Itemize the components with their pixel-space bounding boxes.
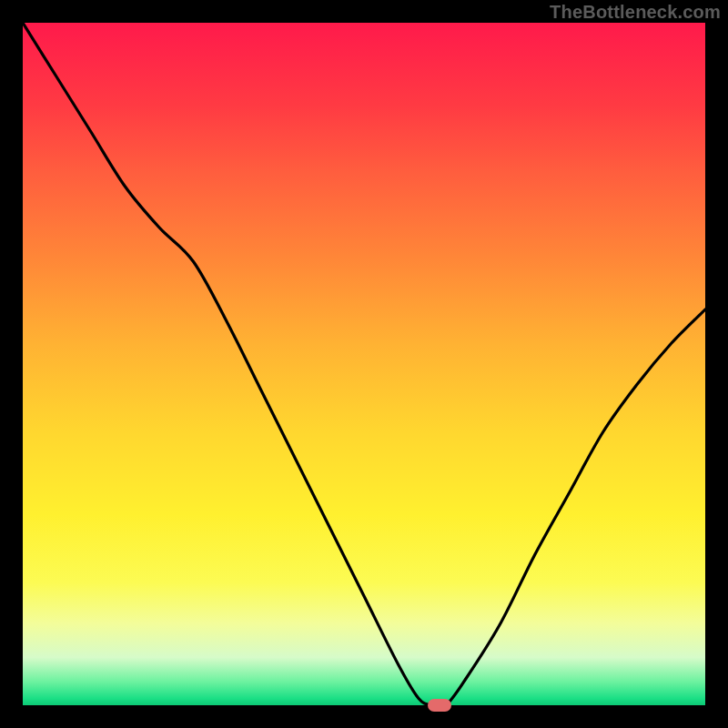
watermark-text: TheBottleneck.com	[550, 2, 721, 23]
chart-curve-layer	[23, 23, 705, 705]
optimal-point-marker	[428, 699, 451, 712]
chart-frame: TheBottleneck.com	[0, 0, 728, 728]
bottleneck-curve	[23, 23, 705, 705]
chart-plot-area	[23, 23, 705, 705]
